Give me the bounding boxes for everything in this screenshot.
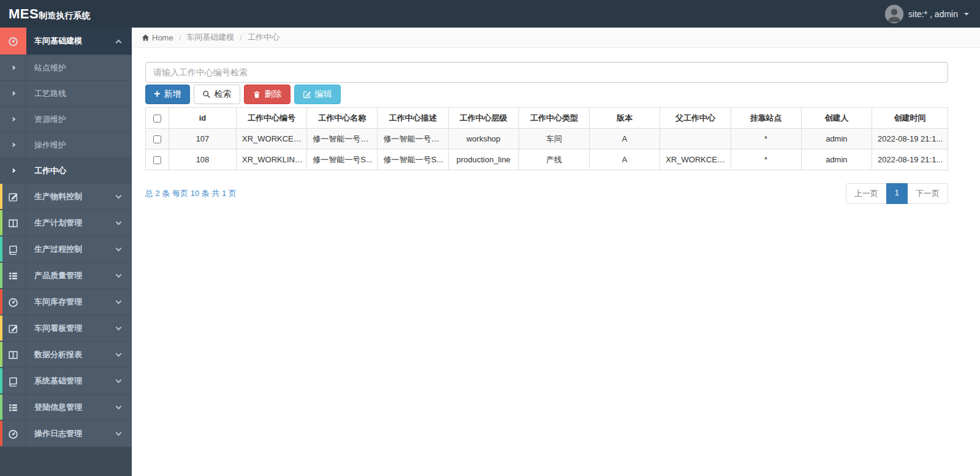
cell-col0: 107: [169, 129, 237, 149]
edit-button[interactable]: 编辑: [294, 85, 341, 104]
cell-col3: 修一智能一号S...: [378, 149, 448, 170]
column-header-8[interactable]: 挂靠站点: [731, 108, 801, 129]
next-page-button[interactable]: 下一页: [907, 183, 948, 204]
search-input[interactable]: [145, 62, 948, 83]
sidebar-item-2[interactable]: 工艺路线: [0, 81, 132, 107]
column-header-9[interactable]: 创建人: [801, 108, 872, 129]
sidebar-item-7[interactable]: 生产计划管理: [0, 210, 132, 236]
user-menu[interactable]: site:* , admin: [885, 5, 969, 23]
chevron-right-icon: [10, 91, 15, 96]
cell-col3: 修一智能一号车间: [378, 129, 448, 149]
column-header-6[interactable]: 版本: [590, 108, 660, 129]
chevron-down-icon: [116, 377, 122, 383]
chevron-down-icon: [116, 351, 122, 357]
column-header-4[interactable]: 工作中心层级: [448, 108, 518, 129]
column-header-7[interactable]: 父工作中心: [660, 108, 731, 129]
search-button[interactable]: 检索: [194, 85, 240, 104]
table-row[interactable]: 108XR_WORKLINE...修一智能一号S...修一智能一号S...pro…: [146, 149, 948, 170]
sidebar-item-0[interactable]: 车间基础建模: [0, 28, 132, 55]
chevron-down-icon: [116, 325, 122, 331]
avatar[interactable]: [885, 5, 903, 23]
column-header-10[interactable]: 创建时间: [872, 108, 948, 129]
column-header-1[interactable]: 工作中心编号: [237, 108, 307, 129]
row-checkbox[interactable]: [153, 156, 161, 164]
user-label: site:* , admin: [908, 9, 958, 19]
category-color-strip: [0, 342, 2, 367]
category-color-strip: [0, 236, 2, 262]
chevron-right-icon: [10, 168, 15, 173]
topbar: MES制造执行系统 site:* , admin: [0, 0, 980, 28]
columns-icon: [8, 350, 18, 360]
prev-page-button[interactable]: 上一页: [846, 183, 887, 204]
sidebar-item-14[interactable]: 登陆信息管理: [0, 395, 132, 421]
search-icon: [202, 90, 211, 99]
column-header-2[interactable]: 工作中心名称: [307, 108, 378, 129]
sidebar-icon-cell: [0, 107, 26, 132]
sidebar-icon-cell: [0, 236, 26, 262]
sidebar-item-label: 操作维护: [26, 140, 66, 151]
cell-col9: admin: [801, 129, 872, 149]
logo-text-main: MES: [9, 6, 39, 22]
sidebar-item-3[interactable]: 资源维护: [0, 107, 132, 132]
breadcrumb-item-module[interactable]: 车间基础建模: [186, 32, 234, 43]
cell-col9: admin: [801, 149, 872, 170]
sidebar-item-label: 生产物料控制: [26, 191, 82, 202]
row-select-cell: [146, 149, 169, 170]
sidebar-item-12[interactable]: 数据分析报表: [0, 342, 132, 368]
page-content: + 新增 检索: [132, 48, 980, 204]
edit-icon: [8, 192, 18, 202]
sidebar-icon-cell: [0, 395, 26, 420]
column-header-0[interactable]: id: [169, 108, 237, 129]
sidebar-item-15[interactable]: 操作日志管理: [0, 421, 132, 447]
sidebar-item-5[interactable]: 工作中心: [0, 158, 132, 184]
sidebar-icon-cell: [0, 421, 26, 447]
edit-icon: [303, 90, 311, 99]
sidebar-item-label: 系统基础管理: [26, 376, 82, 387]
sidebar-icon-cell: [0, 158, 26, 183]
chevron-down-icon: [116, 246, 122, 252]
table-row[interactable]: 107XR_WORKCEN...修一智能一号车间修一智能一号车间workshop…: [146, 129, 948, 149]
column-header-5[interactable]: 工作中心类型: [518, 108, 589, 129]
sidebar-item-6[interactable]: 生产物料控制: [0, 184, 132, 210]
page-1-button[interactable]: 1: [886, 183, 908, 204]
column-header-3[interactable]: 工作中心描述: [378, 108, 448, 129]
chevron-right-icon: [10, 143, 15, 147]
cell-col0: 108: [169, 149, 237, 170]
sidebar-item-label: 数据分析报表: [26, 349, 82, 360]
sidebar-item-label: 车间库存管理: [26, 297, 82, 308]
chevron-down-icon: [116, 298, 122, 304]
delete-button[interactable]: 删除: [244, 85, 291, 104]
cell-col8: *: [731, 149, 801, 170]
cell-col5: 产线: [518, 149, 589, 170]
cell-col6: A: [590, 149, 660, 170]
sidebar-item-1[interactable]: 站点维护: [0, 55, 132, 81]
category-color-strip: [0, 289, 2, 314]
select-all-checkbox[interactable]: [153, 115, 161, 123]
row-checkbox[interactable]: [153, 135, 161, 143]
cell-col5: 车间: [518, 129, 589, 149]
select-all-header: [146, 108, 169, 129]
add-button[interactable]: + 新增: [145, 85, 190, 104]
category-color-strip: [0, 368, 2, 393]
sidebar-item-13[interactable]: 系统基础管理: [0, 368, 132, 395]
breadcrumb-home-link[interactable]: Home: [142, 33, 173, 42]
sidebar-item-8[interactable]: 生产过程控制: [0, 236, 132, 263]
sidebar-item-9[interactable]: 产品质量管理: [0, 263, 132, 289]
category-color-strip: [0, 421, 2, 446]
book-icon: [8, 244, 18, 255]
breadcrumb-separator: [234, 33, 248, 42]
sidebar-icon-cell: [0, 81, 26, 106]
cell-col6: A: [590, 129, 660, 149]
main-area: Home 车间基础建模 工作中心 + 新增: [132, 28, 980, 476]
gauge-icon: [8, 429, 18, 439]
chevron-down-icon: [116, 430, 122, 436]
sidebar-icon-cell: [0, 342, 26, 368]
sidebar-icon-cell: [0, 368, 26, 394]
pagination-summary: 总 2 条 每页 10 条 共 1 页: [145, 188, 237, 199]
sidebar-item-4[interactable]: 操作维护: [0, 132, 132, 158]
cell-col2: 修一智能一号S...: [307, 149, 378, 170]
home-icon: [142, 34, 150, 42]
sidebar-item-10[interactable]: 车间库存管理: [0, 289, 132, 315]
sidebar-item-11[interactable]: 车间看板管理: [0, 315, 132, 342]
category-color-strip: [0, 210, 2, 235]
